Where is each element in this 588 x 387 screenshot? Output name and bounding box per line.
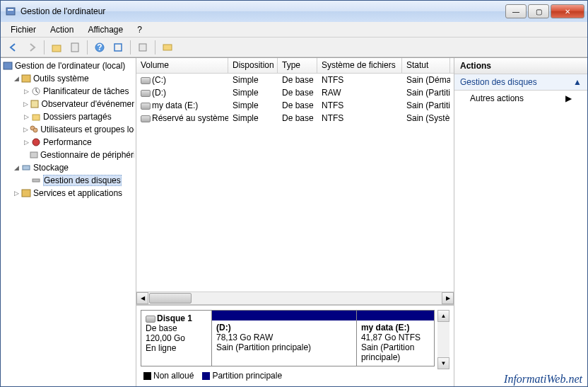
tree-shared-folders[interactable]: ▷Dossiers partagés	[2, 110, 134, 123]
drive-icon	[141, 115, 151, 122]
scroll-left-button[interactable]: ◀	[136, 292, 148, 304]
minimize-button[interactable]: —	[505, 4, 527, 18]
window: Gestion de l'ordinateur — ▢ ✕ Fichier Ac…	[0, 0, 588, 387]
back-button[interactable]	[5, 39, 22, 56]
disk-row[interactable]: Disque 1 De base 120,00 Go En ligne (D:)…	[141, 310, 435, 366]
tree-root[interactable]: Gestion de l'ordinateur (local)	[2, 59, 134, 72]
refresh-button[interactable]	[110, 39, 127, 56]
watermark: InformatiWeb.net	[504, 373, 582, 386]
col-volume[interactable]: Volume	[136, 58, 228, 73]
svg-rect-6	[114, 44, 122, 51]
forward-button[interactable]	[23, 39, 40, 56]
tree-disk-management[interactable]: Gestion des disques	[2, 174, 134, 187]
titlebar[interactable]: Gestion de l'ordinateur — ▢ ✕	[1, 1, 587, 22]
list-item[interactable]: Réservé au systèmeSimpleDe baseNTFSSain …	[136, 112, 454, 125]
col-status[interactable]: Statut	[402, 58, 450, 73]
svg-point-16	[33, 139, 40, 146]
disk-icon	[146, 316, 155, 323]
partition-info: my data (E:) 41,87 Go NTFS Sain (Partiti…	[357, 320, 434, 366]
col-type[interactable]: Type	[278, 58, 317, 73]
svg-rect-9	[4, 62, 12, 69]
svg-text:?: ?	[97, 42, 102, 52]
tree-event-viewer[interactable]: ▷Observateur d'événements	[2, 98, 134, 110]
menu-action[interactable]: Action	[45, 23, 79, 36]
tool-btn-b[interactable]	[159, 39, 176, 56]
partition[interactable]: (D:) 78,13 Go RAW Sain (Partition princi…	[212, 311, 357, 366]
svg-rect-7	[139, 44, 146, 51]
horizontal-scrollbar[interactable]: ◀ ▶	[136, 291, 454, 304]
partition-bar	[212, 311, 356, 320]
list-item[interactable]: (D:)SimpleDe baseRAWSain (Partition)	[136, 86, 454, 99]
disk-graphical-view: Disque 1 De base 120,00 Go En ligne (D:)…	[136, 304, 454, 386]
help-button[interactable]: ?	[91, 39, 108, 56]
partition-bar	[357, 311, 434, 320]
legend: Non alloué Partition principale	[141, 369, 449, 382]
up-button[interactable]	[48, 39, 65, 56]
partition[interactable]: my data (E:) 41,87 Go NTFS Sain (Partiti…	[357, 311, 434, 366]
chevron-right-icon: ▶	[565, 93, 572, 103]
content: Gestion de l'ordinateur (local) ◢Outils …	[1, 57, 587, 386]
svg-rect-0	[6, 8, 15, 15]
partition-info: (D:) 78,13 Go RAW Sain (Partition princi…	[212, 320, 356, 366]
menu-view[interactable]: Affichage	[82, 23, 129, 36]
tree-system-tools[interactable]: ◢Outils système	[2, 72, 134, 85]
svg-rect-13	[33, 115, 40, 120]
svg-rect-1	[8, 9, 13, 11]
legend-unallocated: Non alloué	[143, 371, 194, 381]
tree-services[interactable]: ▷Services et applications	[2, 187, 134, 200]
vertical-scrollbar[interactable]: ▲ ▼	[437, 310, 449, 369]
toolbar: ?	[1, 37, 587, 57]
volume-list: Volume Disposition Type Système de fichi…	[136, 58, 454, 304]
properties-button[interactable]	[66, 39, 83, 56]
tree-task-scheduler[interactable]: ▷Planificateur de tâches	[2, 85, 134, 98]
tree-performance[interactable]: ▷Performance	[2, 136, 134, 149]
tree-storage[interactable]: ◢Stockage	[2, 161, 134, 174]
tree-pane[interactable]: Gestion de l'ordinateur (local) ◢Outils …	[1, 58, 136, 386]
actions-pane: Actions Gestion des disques▲ Autres acti…	[454, 58, 587, 386]
actions-other[interactable]: Autres actions▶	[454, 91, 587, 106]
menu-help[interactable]: ?	[131, 23, 148, 36]
svg-point-15	[33, 128, 37, 132]
legend-primary-partition: Partition principale	[202, 371, 282, 381]
scroll-down-button[interactable]: ▼	[437, 357, 449, 369]
window-controls: — ▢ ✕	[505, 4, 584, 18]
tool-btn-a[interactable]	[134, 39, 151, 56]
menubar: Fichier Action Affichage ?	[1, 22, 587, 37]
scroll-up-button[interactable]: ▲	[437, 310, 449, 322]
list-item[interactable]: (C:)SimpleDe baseNTFSSain (Démarrage)	[136, 74, 454, 86]
menu-file[interactable]: Fichier	[5, 23, 42, 36]
svg-rect-12	[31, 100, 38, 108]
svg-rect-18	[23, 166, 30, 170]
actions-group[interactable]: Gestion des disques▲	[454, 74, 587, 91]
tree-local-users[interactable]: ▷Utilisateurs et groupes locaux	[2, 123, 134, 136]
drive-icon	[141, 90, 151, 97]
center-pane: Volume Disposition Type Système de fichi…	[136, 58, 454, 386]
svg-rect-8	[163, 45, 172, 50]
window-title: Gestion de l'ordinateur	[19, 6, 505, 16]
tree-device-manager[interactable]: Gestionnaire de périphériques	[2, 149, 134, 161]
svg-rect-10	[22, 75, 30, 82]
svg-rect-17	[30, 152, 37, 158]
col-filesystem[interactable]: Système de fichiers	[317, 58, 402, 73]
col-disposition[interactable]: Disposition	[228, 58, 278, 73]
list-item[interactable]: my data (E:)SimpleDe baseNTFSSain (Parti…	[136, 99, 454, 112]
scroll-thumb[interactable]	[149, 293, 192, 304]
maximize-button[interactable]: ▢	[528, 4, 549, 18]
list-header[interactable]: Volume Disposition Type Système de fichi…	[136, 58, 454, 74]
svg-rect-20	[22, 190, 30, 197]
scroll-right-button[interactable]: ▶	[442, 292, 454, 304]
list-body: (C:)SimpleDe baseNTFSSain (Démarrage) (D…	[136, 74, 454, 291]
actions-header: Actions	[454, 58, 587, 74]
drive-icon	[141, 103, 151, 110]
disk-info: Disque 1 De base 120,00 Go En ligne	[141, 311, 212, 366]
svg-rect-3	[71, 43, 78, 52]
drive-icon	[141, 77, 151, 84]
svg-rect-2	[52, 45, 61, 52]
svg-rect-19	[33, 179, 40, 182]
app-icon	[5, 6, 16, 17]
collapse-icon: ▲	[573, 77, 582, 87]
close-button[interactable]: ✕	[551, 4, 584, 18]
